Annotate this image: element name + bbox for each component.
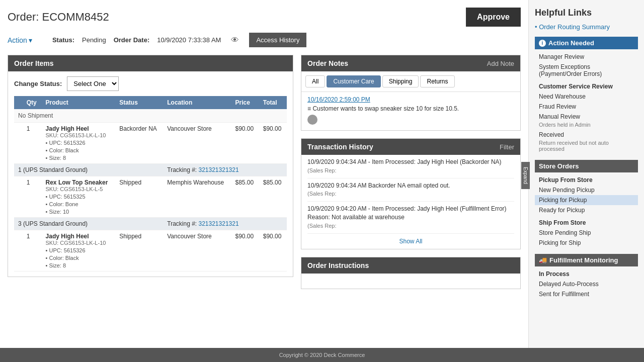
sidebar-section-action-needed: i Action Needed Manager Review System Ex… — [535, 37, 638, 154]
approve-button[interactable]: Approve — [466, 8, 521, 27]
item-status: Shipped — [115, 176, 163, 218]
expand-tab[interactable]: Expand — [521, 162, 530, 189]
eye-icon[interactable]: 👁 — [231, 36, 239, 45]
item-status: Shipped — [115, 230, 163, 272]
sidebar-item-delayed-auto-process[interactable]: Delayed Auto-Process — [535, 279, 638, 289]
action-dropdown[interactable]: Action — [8, 36, 32, 44]
order-notes-header: Order Notes Add Note — [301, 55, 520, 71]
info-icon: i — [539, 40, 546, 47]
access-history-button[interactable]: Access History — [249, 33, 306, 47]
item-product: Jady High Heel SKU: CGS6153-LK-L-10 • UP… — [42, 123, 116, 164]
table-row: 1 Jady High Heel SKU: CGS6153-LK-L-10 • … — [14, 230, 287, 272]
col-product: Product — [42, 96, 116, 109]
sidebar-item-received[interactable]: Received — [535, 130, 638, 140]
sidebar-item-picking-for-pickup[interactable]: Picking for Pickup — [535, 195, 638, 205]
shipment-group-label: 3 (UPS Standard Ground) — [14, 218, 163, 230]
show-all-link[interactable]: Show All — [307, 234, 514, 249]
tab-returns[interactable]: Returns — [420, 75, 454, 87]
col-price: Price — [231, 96, 259, 109]
sidebar-store-orders-label: Store Orders — [539, 162, 579, 170]
item-status: Backorder NA — [115, 123, 163, 164]
sidebar-section-fulfillment: 🚚 Fulfillment Monitoring In Process Dela… — [535, 254, 638, 299]
transaction-item: 10/9/2020 9:04:34 AM Backorder NA email … — [307, 178, 514, 202]
item-checkbox — [14, 123, 23, 164]
item-checkbox — [14, 176, 23, 218]
change-status-select[interactable]: Select One — [67, 76, 119, 91]
note-date[interactable]: 10/16/2020 2:59:00 PM — [307, 96, 514, 103]
sidebar-item-orders-held: Orders held in Admin — [535, 122, 638, 130]
shipment-tracking: Tracking #: 321321321321 — [163, 164, 287, 176]
tab-customer-care[interactable]: Customer Care — [327, 75, 380, 87]
transaction-history-box: Transaction History Filter 10/9/2020 9:0… — [301, 138, 521, 249]
order-items-table: Qty Product Status Location Price Total — [14, 96, 287, 272]
sidebar-item-fraud-review[interactable]: Fraud Review — [535, 102, 638, 112]
item-product: Jady High Heel SKU: CGS6153-LK-L-10 • UP… — [42, 230, 116, 272]
item-location: Memphis Warehouse — [163, 176, 231, 218]
note-text: ≡ Customer wants to swap sneaker size 10… — [307, 105, 514, 112]
sidebar-item-manual-review[interactable]: Manual Review — [535, 112, 638, 122]
add-note-button[interactable]: Add Note — [487, 60, 514, 67]
item-total: $90.00 — [259, 123, 287, 164]
sidebar-item-manager-review[interactable]: Manager Review — [535, 52, 638, 62]
order-date-label: Order Date: — [114, 36, 150, 44]
sidebar-fulfillment-header: 🚚 Fulfillment Monitoring — [535, 254, 638, 266]
sidebar-item-customer-service-review[interactable]: Customer Service Review — [535, 81, 638, 92]
change-status-label: Change Status: — [14, 80, 62, 87]
tracking-link-2[interactable]: 321321321321 — [199, 220, 239, 227]
item-location: Vancouver Store — [163, 123, 231, 164]
sidebar-title: Helpful Links — [535, 8, 638, 18]
sidebar-item-system-exceptions[interactable]: System Exceptions (Payment/Order Errors) — [535, 62, 638, 79]
item-product: Rex Low Top Sneaker SKU: CGS6153-LK-L-5 … — [42, 176, 116, 218]
shipment-group-label: 1 (UPS Standard Ground) — [14, 164, 163, 176]
table-row: 1 Jady High Heel SKU: CGS6153-LK-L-10 • … — [14, 123, 287, 164]
sidebar-item-sent-for-fulfillment[interactable]: Sent for Fulfillment — [535, 289, 638, 299]
shipment-tracking: Tracking #: 321321321321 — [163, 218, 287, 230]
notes-tabs: All Customer Care Shipping Returns — [301, 71, 520, 92]
note-item: 10/16/2020 2:59:00 PM ≡ Customer wants t… — [301, 92, 520, 130]
item-qty: 1 — [23, 176, 42, 218]
col-status: Status — [115, 96, 163, 109]
shipment-group-row: 3 (UPS Standard Ground) Tracking #: 3213… — [14, 218, 287, 230]
truck-icon: 🚚 — [539, 256, 547, 264]
order-instructions-box: Order Instructions — [301, 257, 521, 289]
sidebar-action-needed-label: Action Needed — [548, 39, 594, 47]
tab-all[interactable]: All — [305, 75, 325, 87]
col-empty — [14, 96, 23, 109]
sidebar: Helpful Links Order Routing Summary i Ac… — [528, 0, 644, 362]
sidebar-item-pickup-from-store[interactable]: Pickup From Store — [535, 175, 638, 185]
item-total: $85.00 — [259, 176, 287, 218]
order-instructions-header: Order Instructions — [301, 257, 520, 274]
order-items-header: Order Items — [8, 55, 293, 71]
footer-text: Copyright © 2020 Deck Commerce — [279, 352, 365, 358]
sidebar-action-needed-header: i Action Needed — [535, 37, 638, 49]
col-qty: Qty — [23, 96, 42, 109]
item-qty: 1 — [23, 230, 42, 272]
item-price: $85.00 — [231, 176, 259, 218]
transaction-history-header: Transaction History Filter — [301, 139, 520, 155]
item-price: $90.00 — [231, 230, 259, 272]
transaction-history-title: Transaction History — [307, 143, 373, 151]
sidebar-link-order-routing[interactable]: Order Routing Summary — [535, 23, 638, 31]
tracking-link[interactable]: 321321321321 — [199, 166, 239, 173]
shipment-group-row: 1 (UPS Standard Ground) Tracking #: 3213… — [14, 164, 287, 176]
tab-shipping[interactable]: Shipping — [382, 75, 419, 87]
note-avatar — [307, 115, 317, 125]
sidebar-item-ship-from-store[interactable]: Ship From Store — [535, 218, 638, 228]
order-label: Order: — [8, 11, 39, 23]
sidebar-fulfillment-label: Fulfillment Monitoring — [549, 256, 618, 264]
sidebar-item-store-pending-ship[interactable]: Store Pending Ship — [535, 228, 638, 238]
status-label: Status: — [52, 36, 74, 44]
sidebar-item-picking-for-ship[interactable]: Picking for Ship — [535, 238, 638, 248]
sidebar-section-store-orders: Store Orders Pickup From Store New Pendi… — [535, 160, 638, 248]
filter-button[interactable]: Filter — [500, 143, 514, 151]
sidebar-store-orders-header: Store Orders — [535, 160, 638, 172]
item-checkbox — [14, 230, 23, 272]
status-value: Pending — [82, 36, 106, 44]
item-qty: 1 — [23, 123, 42, 164]
sidebar-item-need-warehouse[interactable]: Need Warehouse — [535, 92, 638, 102]
sidebar-item-in-process[interactable]: In Process — [535, 269, 638, 279]
sidebar-item-new-pending-pickup[interactable]: New Pending Pickup — [535, 185, 638, 195]
transaction-item: 10/9/2020 9:04:20 AM - Item Processed: J… — [307, 202, 514, 233]
sidebar-item-ready-for-pickup[interactable]: Ready for Pickup — [535, 205, 638, 215]
order-date-value: 10/9/2020 7:33:38 AM — [157, 36, 221, 44]
